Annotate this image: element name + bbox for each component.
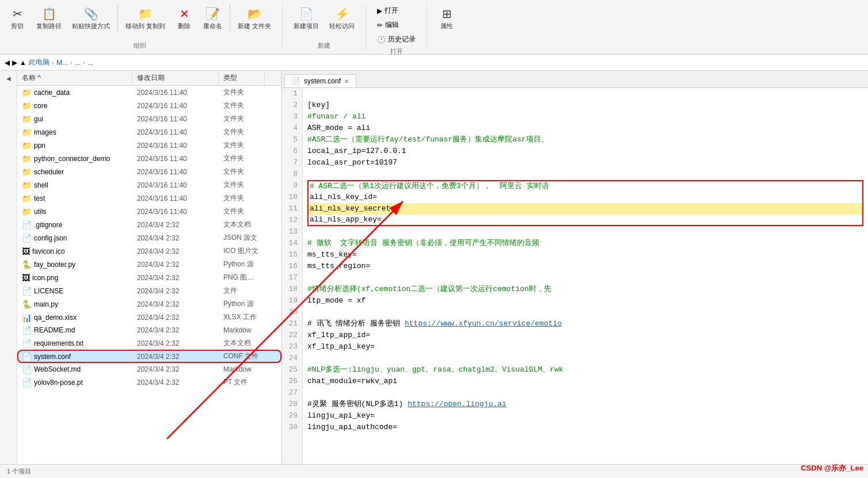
file-list-header: 名称 ^ 修改日期 类型 [17, 71, 281, 86]
list-item[interactable]: 📄LICENSE2024/3/4 2:32文件 [17, 284, 281, 297]
file-cell-type: 文本文档 [219, 219, 265, 230]
list-item[interactable]: 📁images2024/3/16 11:40文件夹 [17, 125, 281, 139]
header-date[interactable]: 修改日期 [132, 71, 219, 85]
file-cell-date: 2024/3/16 11:40 [132, 167, 219, 177]
line-number: 23 [287, 341, 298, 353]
easy-access-button[interactable]: ⚡ 轻松访问 [325, 4, 359, 33]
file-cell-type: 文件 [219, 285, 265, 296]
file-cell-date: 2024/3/4 2:32 [132, 326, 219, 335]
sidebar-expand-icon[interactable]: ◀ [6, 75, 11, 82]
toolbar-group-open: ▶ 打开 ✏ 编辑 🕐 历史记录 打开 [373, 4, 427, 50]
nav-up-icon[interactable]: ▲ [20, 59, 26, 67]
file-name-label: icon.png [32, 274, 58, 282]
code-line [307, 169, 863, 180]
tab-close-button[interactable]: ✕ [344, 78, 349, 85]
editor-tab-system-conf[interactable]: 📄 system.conf ✕ [284, 74, 356, 87]
editor-pane: 📄 system.conf ✕ 123456789101112131415161… [282, 71, 868, 464]
delete-button[interactable]: ✕ 删除 [172, 4, 197, 33]
file-cell-name: 📄config.json [17, 233, 132, 243]
edit-label: 编辑 [385, 20, 399, 30]
code-line: ali_nls_key_secret= [307, 203, 863, 215]
breadcrumb-part-0[interactable]: 此电脑 [29, 58, 50, 67]
file-cell-date: 2024/3/16 11:40 [132, 154, 219, 163]
file-icon: 📁 [22, 167, 32, 177]
paste-shortcut-button[interactable]: 📎 粘贴快捷方式 [68, 4, 114, 33]
list-item[interactable]: 📄system.conf2024/3/4 2:32CONF 文件 [17, 350, 281, 363]
file-name-label: python_connector_demo [34, 155, 110, 163]
nav-forward-icon[interactable]: ▶ [12, 59, 17, 67]
file-cell-date: 2024/3/4 2:32 [132, 378, 219, 387]
open-label: 打开 [384, 6, 398, 16]
editor-tabs: 📄 system.conf ✕ [282, 71, 868, 88]
paste-label: 粘贴快捷方式 [72, 22, 110, 30]
file-cell-type: 文件夹 [219, 206, 265, 217]
list-item[interactable]: 📄WebSocket.md2024/3/4 2:32Markdow [17, 363, 281, 376]
list-item[interactable]: 📁shell2024/3/16 11:40文件夹 [17, 178, 281, 192]
edit-button[interactable]: ✏ 编辑 [373, 18, 420, 32]
file-cell-name: 🖼icon.png [17, 273, 132, 283]
cut-button[interactable]: ✂ 剪切 [5, 4, 30, 33]
header-name[interactable]: 名称 ^ [17, 71, 132, 85]
file-cell-name: 📁core [17, 101, 132, 111]
file-name-label: shell [34, 181, 48, 189]
copy-path-button[interactable]: 📋 复制路径 [32, 4, 66, 33]
list-item[interactable]: 📁core2024/3/16 11:40文件夹 [17, 99, 281, 112]
file-cell-date: 2024/3/16 11:40 [132, 194, 219, 203]
code-line: ali_nls_key_id= [307, 192, 863, 203]
list-item[interactable]: 📁scheduler2024/3/16 11:40文件夹 [17, 165, 281, 178]
move-copy-button[interactable]: 📁 移动到 复制到 [121, 4, 169, 33]
code-line: lingju_api_key= [307, 410, 863, 422]
file-cell-date: 2024/3/16 11:40 [132, 128, 219, 137]
list-item[interactable]: 📊qa_demo.xlsx2024/3/4 2:32XLSX 工作 [17, 311, 281, 324]
list-item[interactable]: 📄.gitignore2024/3/4 2:32文本文档 [17, 218, 281, 231]
nav-back-icon[interactable]: ◀ [5, 59, 10, 67]
move-label: 移动到 复制到 [125, 22, 165, 30]
code-link[interactable]: https://open.lingju.ai [408, 399, 507, 410]
list-item[interactable]: 📁gui2024/3/16 11:40文件夹 [17, 112, 281, 125]
list-item[interactable]: 📄config.json2024/3/4 2:32JSON 源文 [17, 231, 281, 244]
editor-content[interactable]: 1234567891011121314151617181920212223242… [282, 88, 868, 464]
list-item[interactable]: 📄README.md2024/3/4 2:32Markdow [17, 324, 281, 336]
file-cell-date: 2024/3/16 11:40 [132, 101, 219, 110]
file-cell-name: 📄yolov8n-pose.pt [17, 377, 132, 388]
code-line [307, 353, 863, 364]
list-item[interactable]: 📁test2024/3/16 11:40文件夹 [17, 192, 281, 205]
list-item[interactable]: 🐍fay_booter.py2024/3/4 2:32Python 源 [17, 258, 281, 271]
organize-buttons: ✂ 剪切 📋 复制路径 📎 粘贴快捷方式 📁 移动到 复制到 ✕ 删除 📝 [5, 4, 275, 33]
list-item[interactable]: 📁python_connector_demo2024/3/16 11:40文件夹 [17, 152, 281, 165]
code-line: #NLP多选一:lingju、yuan、gpt、rasa、chatglm2、Vi… [307, 364, 863, 376]
history-button[interactable]: 🕐 历史记录 [373, 33, 420, 46]
code-line: # 微软 文字转语音 服务密钥（非必须，使用可产生不同情绪的音频 [307, 238, 863, 249]
copy-path-label: 复制路径 [36, 22, 62, 30]
file-name-label: images [34, 128, 56, 136]
line-number: 19 [287, 295, 298, 307]
file-icon: 🖼 [22, 273, 30, 282]
list-item[interactable]: 📄yolov8n-pose.pt2024/3/4 2:32PT 文件 [17, 376, 281, 389]
breadcrumb-part-2[interactable]: ... [75, 59, 81, 67]
list-item[interactable]: 📁utils2024/3/16 11:40文件夹 [17, 205, 281, 218]
toolbar-group-new: 📄 新建项目 ⚡ 轻松访问 新建 [290, 4, 366, 50]
sort-icon: ^ [37, 74, 41, 82]
breadcrumb-sep-0: › [52, 59, 54, 67]
line-number: 5 [287, 134, 298, 146]
new-folder-button[interactable]: 📂 新建 文件夹 [234, 4, 275, 33]
breadcrumb-part-1[interactable]: M... [56, 59, 68, 67]
properties-button[interactable]: ⊞ 属性 [434, 4, 459, 33]
code-line: ASR_mode = ali [307, 123, 863, 134]
rename-button[interactable]: 📝 重命名 [199, 4, 226, 33]
code-area[interactable]: [key]#funasr / aliASR_mode = ali#ASR二选一（… [303, 88, 868, 464]
file-cell-name: 📁python_connector_demo [17, 154, 132, 164]
paste-icon: 📎 [84, 7, 98, 21]
open-button[interactable]: ▶ 打开 [373, 4, 420, 17]
list-item[interactable]: 🖼icon.png2024/3/4 2:32PNG 图片文 [17, 271, 281, 284]
list-item[interactable]: 📁ppn2024/3/16 11:40文件夹 [17, 139, 281, 152]
new-item-button[interactable]: 📄 新建项目 [290, 4, 323, 33]
list-item[interactable]: 🐍main.py2024/3/4 2:32Python 源 [17, 297, 281, 311]
file-icon: 📄 [22, 365, 32, 374]
list-item[interactable]: 📄requirements.txt2024/3/4 2:32文本文档 [17, 336, 281, 350]
code-link[interactable]: https://www.xfyun.cn/service/emotio [405, 318, 562, 330]
header-type[interactable]: 类型 [219, 71, 265, 85]
breadcrumb-part-3[interactable]: ... [87, 59, 93, 67]
list-item[interactable]: 🖼favicon.ico2024/3/4 2:32ICO 图片文 [17, 244, 281, 258]
list-item[interactable]: 📁cache_data2024/3/16 11:40文件夹 [17, 86, 281, 99]
